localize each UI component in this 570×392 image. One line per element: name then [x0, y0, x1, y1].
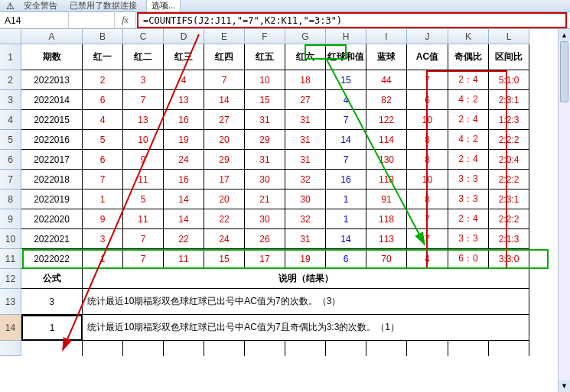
col-header-I[interactable]: I	[366, 29, 407, 44]
data-cell[interactable]: 24	[164, 150, 204, 170]
data-cell[interactable]: 13	[164, 90, 204, 110]
data-cell[interactable]: 91	[366, 190, 407, 209]
col-header-E[interactable]: E	[204, 29, 245, 44]
data-cell[interactable]: 1	[326, 190, 366, 209]
data-cell[interactable]: 113	[366, 170, 407, 190]
col-header-K[interactable]: K	[448, 29, 489, 44]
data-cell[interactable]: 27	[204, 110, 245, 130]
empty-cell[interactable]	[489, 341, 529, 356]
data-cell[interactable]: 2:3:1	[489, 90, 529, 110]
data-cell[interactable]: 32	[285, 209, 326, 229]
data-cell[interactable]: 7	[326, 150, 366, 170]
data-cell[interactable]: 19	[164, 130, 204, 150]
empty-cell[interactable]	[123, 341, 164, 356]
data-cell[interactable]: 16	[164, 110, 204, 130]
fx-icon[interactable]: fx	[115, 12, 136, 28]
data-cell[interactable]: 3	[123, 70, 164, 90]
header-cell[interactable]: AC值	[407, 44, 448, 70]
header-cell[interactable]: 期数	[21, 44, 83, 70]
data-cell[interactable]: 2:0:4	[489, 150, 529, 170]
data-cell[interactable]: 27	[285, 90, 326, 110]
data-cell[interactable]: 15	[245, 90, 285, 110]
data-cell[interactable]: 8	[407, 150, 448, 170]
col-header-F[interactable]: F	[245, 29, 285, 44]
row-header-14[interactable]: 14	[0, 315, 21, 341]
row-header-11[interactable]: 11	[0, 249, 21, 269]
data-cell[interactable]: 3：3	[448, 170, 489, 190]
scroll-thumb[interactable]	[560, 41, 568, 102]
data-cell[interactable]: 24	[204, 229, 245, 249]
empty-cell[interactable]	[164, 341, 204, 356]
data-cell[interactable]: 2022017	[21, 150, 83, 170]
data-cell[interactable]: 20	[204, 130, 245, 150]
data-cell[interactable]: 8	[407, 130, 448, 150]
explain-label-cell[interactable]: 说明（结果）	[83, 269, 529, 289]
data-cell[interactable]: 21	[245, 190, 285, 209]
row-header-5[interactable]: 5	[0, 130, 21, 150]
data-cell[interactable]: 4	[164, 70, 204, 90]
select-all-corner[interactable]	[0, 29, 21, 44]
data-cell[interactable]: 2022021	[21, 229, 83, 249]
data-cell[interactable]: 6	[326, 249, 366, 269]
data-cell[interactable]: 1	[83, 190, 123, 209]
row-header-6[interactable]: 6	[0, 150, 21, 170]
data-cell[interactable]: 2:1:3	[489, 229, 529, 249]
data-cell[interactable]: 7	[407, 209, 448, 229]
data-cell[interactable]: 2：4	[448, 70, 489, 90]
data-cell[interactable]: 4：2	[448, 130, 489, 150]
options-button[interactable]: 选项...	[146, 0, 181, 12]
data-cell[interactable]: 22	[204, 209, 245, 229]
data-cell[interactable]: 29	[245, 130, 285, 150]
data-cell[interactable]: 14	[164, 209, 204, 229]
header-cell[interactable]: 红二	[123, 44, 164, 70]
data-cell[interactable]: 2:2:2	[489, 209, 529, 229]
row-header-13[interactable]: 13	[0, 289, 21, 315]
data-cell[interactable]: 2022016	[21, 130, 83, 150]
data-cell[interactable]: 2022015	[21, 110, 83, 130]
formula-input[interactable]: =COUNTIFS(J2:J11,"=7",K2:K11,"=3:3")	[137, 12, 567, 28]
data-cell[interactable]: 4：2	[448, 90, 489, 110]
header-cell[interactable]: 红四	[204, 44, 245, 70]
data-cell[interactable]: 17	[204, 170, 245, 190]
data-cell[interactable]: 4	[83, 110, 123, 130]
data-cell[interactable]: 31	[285, 110, 326, 130]
data-cell[interactable]: 18	[285, 70, 326, 90]
data-cell[interactable]: 32	[285, 170, 326, 190]
row-header-8[interactable]: 8	[0, 190, 21, 209]
data-cell[interactable]: 31	[285, 229, 326, 249]
data-cell[interactable]: 7	[123, 229, 164, 249]
data-cell[interactable]: 30	[285, 190, 326, 209]
r13-text[interactable]: 统计最近10期福彩双色球红球已出号中AC值为7的次数。（3）	[83, 289, 529, 315]
data-cell[interactable]: 6：0	[448, 249, 489, 269]
data-cell[interactable]: 2022014	[21, 90, 83, 110]
row-header-9[interactable]: 9	[0, 209, 21, 229]
data-cell[interactable]: 118	[366, 209, 407, 229]
header-cell[interactable]: 蓝球	[366, 44, 407, 70]
data-cell[interactable]: 10	[245, 70, 285, 90]
col-header-L[interactable]: L	[489, 29, 529, 44]
row-header-3[interactable]: 3	[0, 90, 21, 110]
data-cell[interactable]: 70	[366, 249, 407, 269]
data-cell[interactable]: 15	[326, 70, 366, 90]
row-header-1[interactable]: 1	[0, 44, 21, 70]
data-cell[interactable]: 5:1:0	[489, 70, 529, 90]
header-cell[interactable]: 红三	[164, 44, 204, 70]
data-cell[interactable]: 2022013	[21, 70, 83, 90]
empty-cell[interactable]	[21, 341, 83, 356]
col-header-G[interactable]: G	[285, 29, 326, 44]
col-header-H[interactable]: H	[326, 29, 366, 44]
data-cell[interactable]: 7	[407, 229, 448, 249]
data-cell[interactable]: 2	[83, 70, 123, 90]
col-header-C[interactable]: C	[123, 29, 164, 44]
row-header-2[interactable]: 2	[0, 70, 21, 90]
scroll-down-button[interactable]: ▼	[559, 380, 570, 392]
data-cell[interactable]: 2022022	[21, 249, 83, 269]
col-header-D[interactable]: D	[164, 29, 204, 44]
data-cell[interactable]: 4	[326, 90, 366, 110]
data-cell[interactable]: 82	[366, 90, 407, 110]
formula-label-cell[interactable]: 公式	[21, 269, 83, 289]
header-cell[interactable]: 红一	[83, 44, 123, 70]
data-cell[interactable]: 2022018	[21, 170, 83, 190]
data-cell[interactable]: 44	[366, 70, 407, 90]
header-cell[interactable]: 区间比	[489, 44, 529, 70]
